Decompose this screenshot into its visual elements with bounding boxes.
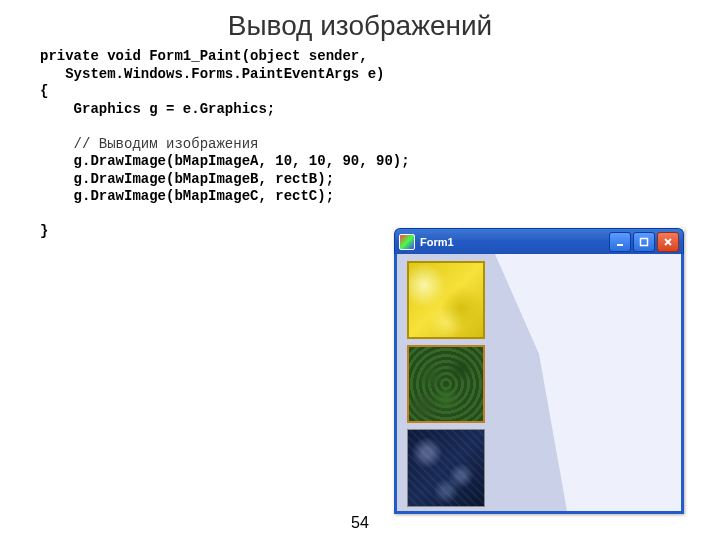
code-line: private void Form1_Paint(object sender, [40,48,368,64]
code-line: g.DrawImage(bMapImageC, rectC); [40,188,334,204]
close-button[interactable] [657,232,679,252]
window-buttons [609,232,679,252]
code-line: } [40,223,48,239]
maximize-button[interactable] [633,232,655,252]
code-line: System.Windows.Forms.PaintEventArgs e) [40,66,384,82]
minimize-button[interactable] [609,232,631,252]
code-line: Graphics g = e.Graphics; [40,101,275,117]
page-number: 54 [351,514,369,532]
code-line: g.DrawImage(bMapImageB, rectB); [40,171,334,187]
code-block: private void Form1_Paint(object sender, … [0,48,720,241]
code-line: { [40,83,48,99]
window-titlebar[interactable]: Form1 [394,228,684,254]
slide-title: Вывод изображений [0,0,720,48]
thumbnail-c [407,429,485,507]
code-line [40,206,48,222]
window-title: Form1 [420,236,609,248]
svg-rect-0 [617,244,623,246]
app-icon [399,234,415,250]
thumbnail-b [407,345,485,423]
code-comment: // Выводим изображения [40,136,258,152]
minimize-icon [615,237,625,247]
form-window: Form1 [394,228,684,514]
maximize-icon [639,237,649,247]
close-icon [663,237,673,247]
window-client-area [394,254,684,514]
thumbnail-a [407,261,485,339]
code-line: g.DrawImage(bMapImageA, 10, 10, 90, 90); [40,153,410,169]
code-line [40,118,48,134]
svg-rect-1 [641,238,648,245]
